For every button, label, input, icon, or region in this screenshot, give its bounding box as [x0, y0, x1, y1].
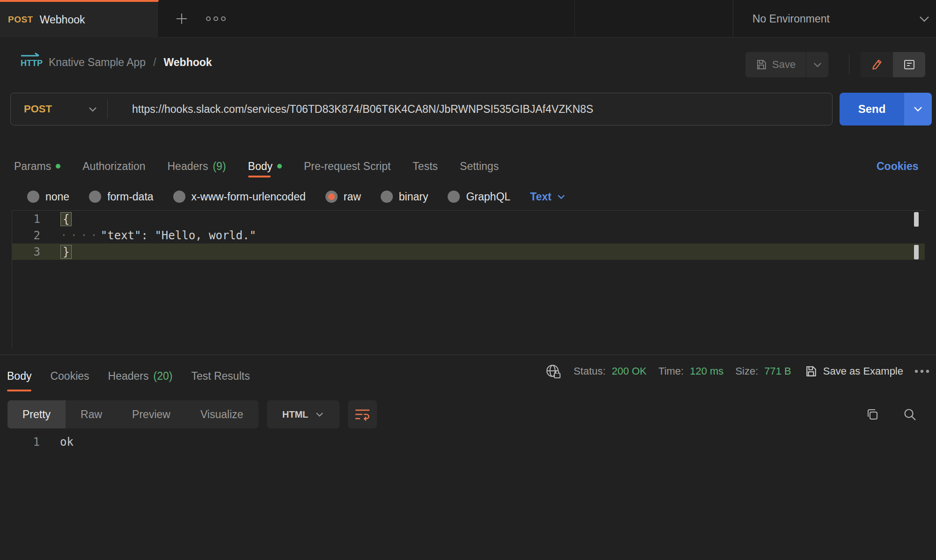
documentation-toggle-group [861, 52, 925, 77]
breadcrumb: Knative Sample App / Webhook [49, 37, 212, 87]
view-switcher: Pretty Raw Preview Visualize [7, 400, 258, 428]
tab-authorization[interactable]: Authorization [82, 155, 145, 177]
http-request-icon: HTTP [20, 52, 43, 68]
network-globe-lock-icon[interactable] [545, 363, 562, 380]
tab-options-button[interactable] [200, 0, 231, 37]
response-format-selector[interactable]: HTML [267, 400, 339, 428]
chevron-down-icon [914, 106, 922, 112]
scrollbar-mark[interactable] [914, 245, 919, 259]
view-pretty[interactable]: Pretty [7, 400, 66, 428]
tab-label: Test Results [191, 370, 250, 383]
tab-label: Authorization [82, 160, 145, 173]
view-raw[interactable]: Raw [66, 400, 117, 428]
status-value[interactable]: 200 OK [612, 365, 647, 377]
editor-line[interactable]: 1 { [12, 211, 925, 227]
copy-response-button[interactable] [865, 407, 879, 421]
response-more-options-icon[interactable] [914, 369, 930, 374]
format-label: Text [530, 191, 552, 203]
tab-settings[interactable]: Settings [460, 155, 499, 177]
save-button[interactable]: Save [745, 52, 806, 77]
environment-name: No Environment [752, 13, 830, 25]
tab-label: Headers [108, 370, 149, 383]
comments-button[interactable] [893, 52, 925, 77]
radio-icon[interactable] [89, 191, 101, 203]
response-view-toolbar: Pretty Raw Preview Visualize HTML [7, 400, 377, 428]
format-label: HTML [282, 409, 309, 420]
mode-raw[interactable]: raw [325, 191, 361, 203]
tab-pre-request-script[interactable]: Pre-request Script [304, 155, 391, 177]
mode-label: x-www-form-urlencoded [192, 191, 306, 203]
send-options-button[interactable] [904, 93, 932, 125]
response-tab-test-results[interactable]: Test Results [191, 361, 250, 391]
tab-headers[interactable]: Headers (9) [168, 155, 226, 177]
editor-line-current[interactable]: 3 } [12, 243, 925, 260]
response-tabs: Body Cookies Headers (20) Test Results [7, 361, 250, 391]
view-visualize[interactable]: Visualize [185, 400, 258, 428]
tab-label: Body [248, 160, 273, 173]
tab-body[interactable]: Body [248, 155, 282, 177]
radio-icon[interactable] [27, 191, 39, 203]
chevron-down-icon [316, 412, 324, 417]
request-tab[interactable]: POST Webhook [0, 0, 159, 37]
line-number: 3 [12, 245, 40, 258]
headers-count: (20) [153, 370, 172, 383]
search-response-button[interactable] [903, 407, 917, 421]
copy-icon [865, 407, 879, 421]
tab-params[interactable]: Params [14, 155, 60, 177]
response-tab-body[interactable]: Body [7, 361, 31, 391]
code-text: "text": "Hello, world." [101, 229, 256, 242]
cookies-link[interactable]: Cookies [877, 155, 918, 177]
wrap-lines-button[interactable] [348, 400, 377, 428]
time-value[interactable]: 120 ms [690, 365, 723, 377]
comment-icon [903, 59, 915, 71]
breadcrumb-collection[interactable]: Knative Sample App [49, 56, 146, 69]
save-floppy-icon [805, 365, 817, 377]
save-as-example-label: Save as Example [823, 365, 903, 377]
radio-icon[interactable] [381, 191, 393, 203]
mode-form-data[interactable]: form-data [89, 191, 153, 203]
editor-line[interactable]: 2 ····"text": "Hello, world." [12, 227, 925, 243]
params-dot-indicator [56, 164, 60, 169]
response-tab-headers[interactable]: Headers (20) [108, 361, 173, 391]
tab-label: Pre-request Script [304, 160, 391, 173]
body-dot-indicator [277, 164, 282, 169]
radio-icon[interactable] [448, 191, 460, 203]
url-input[interactable]: https://hooks.slack.com/services/T06TD83… [108, 103, 593, 116]
tab-method-label: POST [8, 15, 33, 25]
status-label: Status: [574, 365, 605, 377]
response-tab-cookies[interactable]: Cookies [50, 361, 89, 391]
chevron-down-icon [88, 107, 97, 112]
tab-bar: POST Webhook No Environment [0, 0, 936, 37]
breadcrumb-request-name[interactable]: Webhook [164, 56, 212, 69]
time-label: Time: [658, 365, 684, 377]
mode-none[interactable]: none [27, 191, 69, 203]
mode-x-www-form-urlencoded[interactable]: x-www-form-urlencoded [173, 191, 306, 203]
wrap-text-icon [354, 408, 370, 421]
bracket-highlight: } [60, 245, 72, 259]
line-number: 1 [12, 435, 40, 449]
scrollbar-mark[interactable] [914, 212, 919, 227]
tab-pane-divider [575, 0, 575, 37]
more-options-icon [206, 16, 226, 22]
mode-graphql[interactable]: GraphQL [448, 191, 510, 203]
edit-request-button[interactable] [861, 52, 893, 77]
save-as-example-button[interactable]: Save as Example [805, 365, 903, 377]
mode-binary[interactable]: binary [381, 191, 428, 203]
breadcrumb-separator: / [153, 56, 156, 69]
size-value[interactable]: 771 B [764, 365, 791, 377]
request-body-editor[interactable]: 1 { 2 ····"text": "Hello, world." 3 } [12, 210, 925, 349]
radio-selected-icon[interactable] [325, 191, 338, 203]
header-divider [849, 55, 849, 74]
response-body-line[interactable]: 1 ok [12, 434, 74, 450]
method-selector[interactable]: POST [11, 103, 107, 115]
tab-tests[interactable]: Tests [413, 155, 438, 177]
save-options-button[interactable] [806, 52, 828, 77]
bracket-highlight: { [60, 212, 72, 226]
new-tab-button[interactable] [166, 0, 197, 37]
tab-label: Settings [460, 160, 499, 173]
environment-selector[interactable]: No Environment [752, 0, 929, 37]
view-preview[interactable]: Preview [117, 400, 185, 428]
radio-icon[interactable] [173, 191, 185, 203]
send-button[interactable]: Send [840, 93, 904, 125]
raw-format-selector[interactable]: Text [530, 191, 565, 203]
